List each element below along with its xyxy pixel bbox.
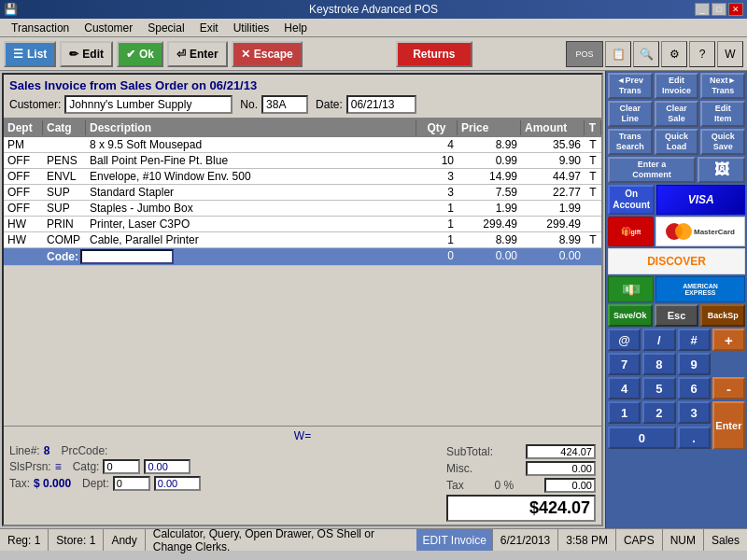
menu-customer[interactable]: Customer: [77, 20, 140, 36]
ok-button[interactable]: ✔ Ok: [117, 41, 163, 67]
invoice-title: Sales Invoice from Sales Order on 06/21/…: [9, 78, 596, 92]
esc-numpad-button[interactable]: Esc: [655, 304, 699, 327]
table-row[interactable]: OFF SUP Staples - Jumbo Box 1 1.99 1.99: [4, 201, 601, 217]
toolbar: ☰ List ✏ Edit ✔ Ok ⏎ Enter ✕ Escape Retu…: [0, 37, 747, 71]
tax-label: Tax:: [9, 477, 30, 490]
escape-button[interactable]: ✕ Escape: [232, 41, 303, 67]
right-sidebar: ◄PrevTrans EditInvoice Next►Trans ClearL…: [605, 71, 747, 528]
catg-amount-input[interactable]: [144, 459, 190, 474]
next-trans-button[interactable]: Next►Trans: [700, 73, 745, 99]
sidebar-row-3: TransSearch QuickLoad QuickSave: [608, 129, 745, 155]
9-button[interactable]: 9: [678, 353, 711, 375]
maximize-button[interactable]: □: [712, 3, 726, 16]
code-input-row[interactable]: Code: 0 0.00 0.00: [4, 248, 601, 266]
3-button[interactable]: 3: [678, 401, 711, 424]
status-message: Calculator, Query, Open Drawer, OS Shell…: [146, 525, 417, 555]
orange-minus-button[interactable]: -: [712, 377, 745, 399]
edit-button[interactable]: ✏ Edit: [60, 41, 113, 67]
payment-row-2: 🎁gift MasterCard: [608, 217, 745, 246]
menu-help[interactable]: Help: [276, 20, 315, 36]
no-label: No.: [240, 98, 258, 111]
table-row[interactable]: OFF ENVL Envelope, #10 Window Env. 500 3…: [4, 169, 601, 185]
toolbar-icon-1[interactable]: POS: [566, 41, 603, 67]
sidebar-row-2: ClearLine ClearSale EditItem: [608, 101, 745, 127]
sls-prsn-value: ≡: [55, 460, 62, 473]
customer-label: Customer:: [9, 98, 61, 111]
8-button[interactable]: 8: [642, 353, 675, 375]
menu-utilities[interactable]: Utilities: [226, 20, 277, 36]
cash-logo: 💵: [608, 276, 654, 302]
catg-input[interactable]: [103, 459, 140, 474]
customer-input[interactable]: [64, 95, 233, 114]
amex-logo: AMERICANEXPRESS: [655, 276, 745, 302]
table-row[interactable]: OFF PENS Ball Point Pen-Fine Pt. Blue 10…: [4, 153, 601, 169]
close-button[interactable]: ✕: [728, 3, 743, 16]
plus-button[interactable]: +: [712, 329, 745, 351]
table-body: PM 8 x 9.5 Soft Mousepad 4 8.99 35.96 T …: [4, 137, 601, 426]
toolbar-icon-2[interactable]: 📋: [605, 41, 631, 67]
col-desc: Description: [86, 120, 416, 135]
subtotal-label: SubTotal:: [446, 445, 493, 458]
enter-button[interactable]: ⏎ Enter: [167, 41, 228, 67]
menu-special[interactable]: Special: [140, 20, 191, 36]
slash-button[interactable]: /: [642, 329, 675, 351]
enter-comment-button[interactable]: Enter aComment: [608, 157, 696, 183]
0-button[interactable]: 0: [608, 427, 676, 449]
1-button[interactable]: 1: [608, 401, 641, 424]
on-account-button[interactable]: OnAccount: [608, 185, 655, 215]
grand-total: $424.07: [446, 495, 596, 522]
quick-save-button[interactable]: QuickSave: [700, 129, 745, 155]
menu-transaction[interactable]: Transaction: [4, 20, 77, 36]
hash-button[interactable]: #: [678, 329, 711, 351]
time-status: 3:58 PM: [557, 529, 615, 551]
clear-line-button[interactable]: ClearLine: [608, 101, 653, 127]
returns-button[interactable]: Returns: [396, 41, 472, 67]
dept-amount-input[interactable]: [154, 476, 201, 491]
edit-invoice-button[interactable]: EditInvoice: [655, 73, 699, 99]
clear-sale-button[interactable]: ClearSale: [655, 101, 699, 127]
minimize-button[interactable]: _: [695, 3, 710, 16]
table-header: Dept Catg Description Qty Price Amount T: [4, 119, 601, 137]
ok-icon: ✔: [126, 48, 135, 61]
prev-trans-button[interactable]: ◄PrevTrans: [608, 73, 653, 99]
table-row[interactable]: OFF SUP Standard Stapler 3 7.59 22.77 T: [4, 185, 601, 201]
tax-dollar: $ 0.000: [34, 477, 71, 490]
toolbar-icon-6[interactable]: W: [717, 41, 743, 67]
invoice-panel: Sales Invoice from Sales Order on 06/21/…: [2, 73, 603, 526]
list-button[interactable]: ☰ List: [4, 41, 56, 67]
2-button[interactable]: 2: [642, 401, 675, 424]
toolbar-icon-3[interactable]: 🔍: [633, 41, 659, 67]
x-icon: ✕: [241, 48, 250, 61]
dept-input[interactable]: [113, 476, 150, 491]
4-button[interactable]: 4: [608, 377, 641, 399]
enter-numpad-button[interactable]: Enter: [712, 401, 745, 450]
at-button[interactable]: @: [608, 329, 641, 351]
subtotal-input[interactable]: [526, 444, 596, 459]
gift-card-logo: 🎁gift: [608, 217, 654, 246]
save-ok-button[interactable]: Save/Ok: [608, 304, 653, 327]
6-button[interactable]: 6: [678, 377, 711, 399]
mode-status: Sales: [703, 529, 747, 551]
titlebar: 💾 Keystroke Advanced POS _ □ ✕: [0, 0, 747, 19]
toolbar-icon-5[interactable]: ?: [689, 41, 715, 67]
edit-item-button[interactable]: EditItem: [700, 101, 745, 127]
check-image-button[interactable]: 🖼: [698, 157, 745, 183]
7-button[interactable]: 7: [608, 353, 641, 375]
tax-pct: 0 %: [495, 479, 514, 492]
table-row[interactable]: PM 8 x 9.5 Soft Mousepad 4 8.99 35.96 T: [4, 137, 601, 153]
date-input[interactable]: [346, 95, 416, 114]
table-row[interactable]: HW COMP Cable, Parallel Printer 1 8.99 8…: [4, 232, 601, 248]
invoice-no-input[interactable]: [261, 95, 308, 114]
toolbar-icon-4[interactable]: ⚙: [661, 41, 687, 67]
dot-button[interactable]: .: [678, 427, 711, 449]
trans-search-button[interactable]: TransSearch: [608, 129, 653, 155]
table-row[interactable]: HW PRIN Printer, Laser C3PO 1 299.49 299…: [4, 217, 601, 232]
quick-load-button[interactable]: QuickLoad: [655, 129, 699, 155]
menu-exit[interactable]: Exit: [192, 20, 226, 36]
5-button[interactable]: 5: [642, 377, 675, 399]
sidebar-row-4: Enter aComment 🖼: [608, 157, 745, 183]
tax-input[interactable]: [544, 478, 596, 493]
backsp-button[interactable]: BackSp: [700, 304, 745, 327]
mastercard-logo: MasterCard: [655, 217, 745, 246]
misc-input[interactable]: [526, 461, 596, 476]
